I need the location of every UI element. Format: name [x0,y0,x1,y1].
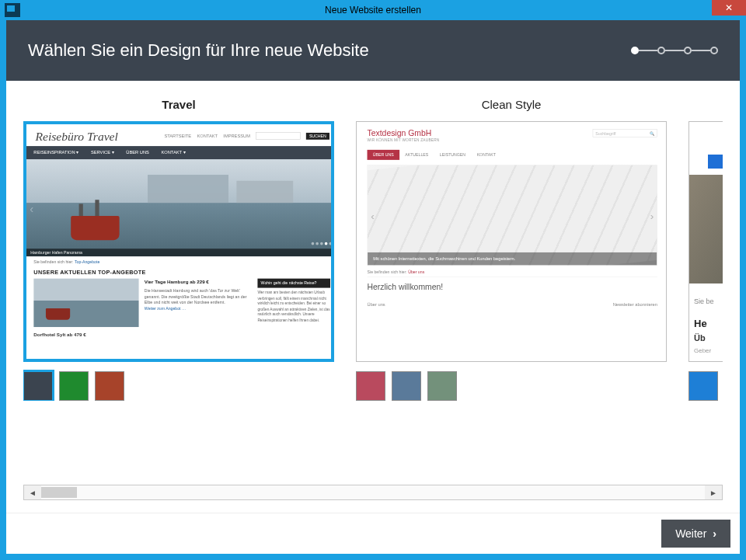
step-bar [639,50,657,51]
preview-tab: LEISTUNGEN [434,150,472,160]
preview-menu-item: IMPRESSUM [223,134,250,138]
titlebar: Neue Website erstellen ✕ [0,0,746,20]
scrollbar-track[interactable] [41,485,705,499]
carousel-next-icon: › [330,203,334,216]
preview-text: He [694,318,707,329]
chevron-right-icon: ► [709,489,717,497]
color-swatches-travel [23,371,124,401]
preview-hero-caption: Mit schönen Internettexten, die Suchmasc… [368,252,657,266]
template-card-travel: Travel STARTSEITE KONTAKT IMPRESSUM SUCH… [23,98,334,401]
close-icon: ✕ [725,2,733,13]
step-indicator [631,47,718,54]
carousel-prev-icon: ‹ [30,203,33,216]
preview-sidebar: Wohin geht die nächste Reise? Wer man am… [257,279,330,327]
preview-tab: ÜBER UNS [368,150,399,160]
preview-search-input: Suchbegriff🔍 [593,129,657,137]
color-swatch[interactable] [23,371,53,401]
preview-welcome: Herzlich willkommen! [368,283,657,292]
color-swatch[interactable] [59,371,89,401]
color-swatch[interactable] [392,371,421,401]
content-area: Travel STARTSEITE KONTAKT IMPRESSUM SUCH… [6,81,740,513]
preview-footer-link: Über uns [368,301,385,306]
preview-menu-item: STARTSEITE [164,134,191,138]
wizard-header: Wählen Sie ein Design für Ihre neue Webs… [6,20,740,81]
template-thumbnail-clean[interactable]: Suchbegriff🔍 Textdesign GmbH WIR KÖNNEN … [356,121,667,362]
next-button[interactable]: Weiter › [661,520,730,548]
scroll-right-button[interactable]: ► [705,485,722,499]
step-dot-4 [710,47,718,54]
template-preview: STARTSEITE KONTAKT IMPRESSUM SUCHEN Reis… [26,124,334,362]
next-button-label: Weiter [675,527,706,540]
template-thumbnail-partial[interactable]: Sie be He Üb Geber [688,121,723,362]
template-title: Clean Style [482,98,542,113]
color-swatch[interactable] [356,371,385,401]
preview-offer-image [33,279,138,327]
step-dot-3 [684,47,692,54]
preview-offer-text: Vier Tage Hamburg ab 229 € Die Hansestad… [145,279,252,327]
step-dot-2 [657,47,665,54]
preview-hero [689,175,723,283]
template-card-partial: Sie be He Üb Geber [688,98,723,401]
scrollbar-handle[interactable] [41,487,77,498]
template-thumbnail-travel[interactable]: STARTSEITE KONTAKT IMPRESSUM SUCHEN Reis… [23,121,334,362]
step-dot-1 [631,47,639,54]
chevron-right-icon: › [713,527,716,540]
template-preview: Suchbegriff🔍 Textdesign GmbH WIR KÖNNEN … [357,122,667,362]
color-swatch[interactable] [427,371,457,401]
preview-search-input [256,132,300,139]
preview-tab: KONTAKT [471,150,501,160]
preview-tabs: ÜBER UNS AKTUELLES LEISTUNGEN KONTAKT [368,150,657,160]
preview-nav-item: ÜBER UNS [126,150,149,155]
preview-hero-caption: Hamburger Hafen Panorama [26,249,334,256]
step-bar [665,50,684,51]
preview-text: Üb [694,333,706,343]
template-title [710,98,713,113]
preview-menu-item: KONTAKT [197,134,218,138]
template-title: Travel [162,98,195,113]
preview-text: Sie be [694,297,714,305]
preview-text: Geber [694,347,711,354]
preview-nav-item: KONTAKT ▾ [161,150,185,155]
color-swatch[interactable] [95,371,124,401]
preview-tab: AKTUELLES [399,150,434,160]
preview-nav-item: REISEINSPIRATION ▾ [33,150,78,155]
page-heading: Wählen Sie ein Design für Ihre neue Webs… [28,40,369,61]
carousel-prev-icon: ‹ [371,210,375,223]
carousel-dots [312,242,333,245]
carousel-next-icon: › [650,210,654,223]
color-swatches-clean [356,371,457,401]
search-icon: 🔍 [650,131,654,136]
preview-offer2-title: Dorfhotel Sylt ab 479 € [26,327,334,338]
wizard-footer: Weiter › [6,513,740,554]
scroll-left-button[interactable]: ◄ [24,485,41,499]
color-swatch[interactable] [688,371,718,401]
preview-section-title: UNSERE AKTUELLEN TOP-ANGEBOTE [26,267,334,279]
horizontal-scrollbar[interactable]: ◄ ► [23,485,723,500]
preview-breadcrumb: Sie befinden sich hier: Über uns [368,270,657,277]
window-title: Neue Website erstellen [0,5,746,16]
preview-breadcrumb: Sie befinden sich hier: Top-Angebote [26,256,334,267]
preview-search-button: SUCHEN [306,133,329,140]
preview-footer-link: Newsletter abonnieren [613,301,657,306]
step-bar [692,50,710,51]
template-card-clean: Clean Style Suchbegriff🔍 Textdesign GmbH… [356,98,667,401]
close-button[interactable]: ✕ [712,0,746,16]
preview-nav-item: SERVICE ▾ [91,150,114,155]
preview-tagline: WIR KÖNNEN MIT WORTEN ZAUBERN [368,138,657,142]
template-gallery: Travel STARTSEITE KONTAKT IMPRESSUM SUCH… [23,98,723,401]
preview-badge [708,155,723,169]
chevron-left-icon: ◄ [29,489,37,497]
color-swatches-partial [688,371,718,401]
